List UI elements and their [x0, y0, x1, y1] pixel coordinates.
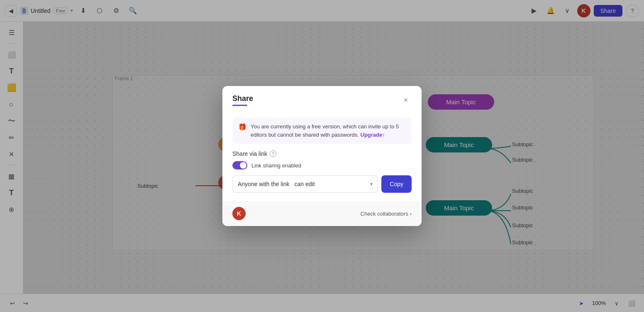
copy-button[interactable]: Copy	[381, 175, 412, 193]
check-collab-chevron-icon: ›	[410, 211, 412, 217]
modal-header: Share ×	[222, 86, 422, 111]
toggle-label: Link sharing enabled	[251, 162, 301, 169]
share-modal: Share × 🎁 You are currently using a free…	[222, 86, 422, 226]
toggle-row: Link sharing enabled	[232, 161, 412, 170]
check-collaborators-link[interactable]: Check collaborators ›	[361, 211, 412, 217]
link-permission-select[interactable]: Anyone with the link can edit ▾	[232, 175, 378, 193]
notice-text: You are currently using a free version, …	[251, 123, 406, 139]
share-via-label: Share via link	[232, 150, 267, 157]
modal-footer: K Check collaborators ›	[222, 201, 422, 226]
modal-body: 🎁 You are currently using a free version…	[222, 111, 422, 201]
upgrade-link[interactable]: Upgrade↑	[361, 132, 385, 138]
modal-title: Share	[232, 94, 253, 103]
modal-overlay[interactable]: Share × 🎁 You are currently using a free…	[0, 0, 644, 312]
link-select-text: Anyone with the link can edit	[238, 181, 315, 187]
share-via-help-icon[interactable]: ?	[270, 150, 276, 157]
notice-icon: 🎁	[238, 123, 246, 131]
toggle-thumb	[240, 162, 246, 169]
modal-title-group: Share	[232, 94, 253, 106]
check-collab-label: Check collaborators	[361, 211, 408, 217]
link-edit-text: can edit	[295, 181, 315, 187]
link-row: Anyone with the link can edit ▾ Copy	[232, 175, 412, 193]
modal-close-button[interactable]: ×	[400, 94, 412, 106]
free-notice: 🎁 You are currently using a free version…	[232, 118, 412, 144]
link-sharing-toggle[interactable]	[232, 161, 247, 170]
share-via-link-row: Share via link ?	[232, 150, 412, 157]
chevron-down-icon: ▾	[370, 181, 373, 187]
link-anyone-text: Anyone with the link	[238, 181, 290, 187]
modal-title-underline	[232, 105, 247, 106]
footer-avatar: K	[232, 207, 246, 220]
